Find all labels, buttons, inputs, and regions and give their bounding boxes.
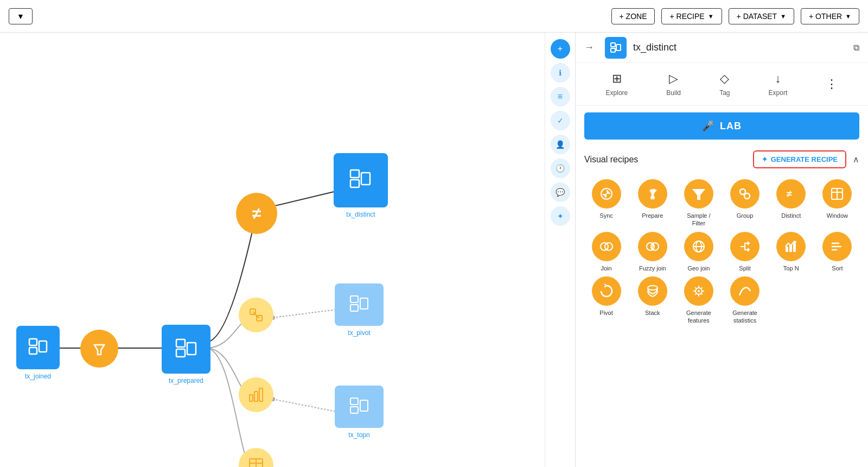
recipe-label-prepare: Prepare bbox=[642, 212, 663, 219]
sidebar-info-btn[interactable]: ℹ bbox=[551, 63, 570, 83]
recipe-label-geo-join: Geo join bbox=[687, 264, 710, 272]
recipe-circle-window bbox=[822, 179, 852, 209]
chevron-up-icon[interactable]: ∧ bbox=[853, 154, 859, 165]
svg-rect-36 bbox=[650, 196, 655, 199]
svg-point-38 bbox=[740, 189, 745, 194]
recipe-grid: Sync Prepare Sample / Filter Group bbox=[576, 173, 868, 331]
recipe-sample-filter[interactable]: Sample / Filter bbox=[676, 179, 720, 228]
recipe-top-n[interactable]: Top N bbox=[769, 232, 813, 272]
svg-rect-28 bbox=[360, 400, 368, 411]
recipe-sort[interactable]: Sort bbox=[815, 232, 859, 272]
svg-rect-10 bbox=[39, 341, 47, 352]
node-tx-pivot[interactable]: tx_pivot bbox=[335, 283, 384, 337]
recipe-label-group: Group bbox=[737, 212, 754, 219]
recipe-circle-sample-filter bbox=[684, 179, 713, 209]
sidebar-globe-btn[interactable]: ✦ bbox=[551, 206, 570, 226]
lab-label: LAB bbox=[720, 121, 742, 132]
svg-rect-14 bbox=[350, 170, 359, 178]
sidebar-check-btn[interactable]: ✓ bbox=[551, 111, 570, 130]
recipe-geo-join[interactable]: Geo join bbox=[676, 232, 720, 272]
right-panel: → tx_distinct ⧉ ⊞ Explore ▷ Build ◇ Tag … bbox=[575, 33, 868, 467]
action-more[interactable]: ⋮ bbox=[826, 77, 838, 91]
recipe-sync[interactable]: Sync bbox=[584, 179, 628, 228]
dataset-button[interactable]: + DATASET ▼ bbox=[729, 8, 794, 24]
node-tx-distinct[interactable]: tx_distinct bbox=[334, 153, 388, 218]
svg-point-39 bbox=[744, 193, 750, 199]
lab-button[interactable]: 🎤 LAB bbox=[584, 112, 859, 140]
svg-rect-26 bbox=[350, 398, 358, 405]
sidebar-add-btn[interactable]: + bbox=[551, 39, 570, 59]
recipe-group[interactable]: Group bbox=[723, 179, 767, 228]
tag-label: Tag bbox=[719, 89, 730, 97]
svg-rect-24 bbox=[254, 392, 258, 401]
node-box-tx-topn bbox=[335, 386, 384, 428]
svg-rect-27 bbox=[350, 407, 358, 413]
svg-rect-21 bbox=[350, 305, 358, 311]
svg-rect-13 bbox=[187, 343, 196, 355]
action-explore[interactable]: ⊞ Explore bbox=[606, 72, 628, 97]
panel-header-icon bbox=[605, 37, 627, 59]
node-tx-prepared[interactable]: tx_prepared bbox=[162, 325, 210, 384]
recipe-label-top-n: Top N bbox=[783, 264, 799, 272]
svg-rect-15 bbox=[350, 180, 359, 187]
node-tx-topn[interactable]: tx_topn bbox=[335, 386, 384, 439]
recipe-pivot[interactable]: Pivot bbox=[584, 276, 628, 325]
sidebar-chat-btn[interactable]: 💬 bbox=[551, 182, 570, 202]
svg-rect-16 bbox=[361, 173, 370, 185]
node-prepare[interactable] bbox=[80, 330, 118, 368]
recipe-circle-generate-statistics bbox=[730, 276, 760, 306]
svg-point-59 bbox=[698, 290, 700, 292]
svg-rect-22 bbox=[360, 298, 368, 309]
toolbar-menu-dropdown[interactable]: ▼ bbox=[9, 8, 33, 24]
recipe-circle-split bbox=[730, 232, 760, 261]
recipe-circle-prepare bbox=[638, 179, 667, 209]
explore-label: Explore bbox=[606, 89, 628, 97]
node-box-tx-prepared bbox=[162, 325, 210, 374]
action-export[interactable]: ↓ Export bbox=[769, 72, 788, 97]
generate-recipe-button[interactable]: ✦ GENERATE RECIPE bbox=[753, 150, 846, 168]
recipe-label-fuzzy-join: Fuzzy join bbox=[639, 264, 666, 272]
node-pivot-circle[interactable] bbox=[239, 298, 273, 332]
svg-rect-9 bbox=[29, 348, 37, 354]
recipe-join[interactable]: Join bbox=[584, 232, 628, 272]
panel-header: → tx_distinct ⧉ bbox=[576, 33, 868, 63]
recipe-stack[interactable]: Stack bbox=[630, 276, 674, 325]
sidebar-clock-btn[interactable]: 🕐 bbox=[551, 159, 570, 178]
sidebar-user-btn[interactable]: 👤 bbox=[551, 135, 570, 154]
recipe-label-pivot: Pivot bbox=[599, 309, 612, 317]
recipe-split[interactable]: Split bbox=[723, 232, 767, 272]
svg-line-65 bbox=[701, 293, 703, 295]
node-stats-circle[interactable] bbox=[239, 377, 273, 412]
recipe-generate-statistics[interactable]: Generate statistics bbox=[723, 276, 767, 325]
svg-text:≠: ≠ bbox=[787, 188, 792, 199]
recipe-prepare[interactable]: Prepare bbox=[630, 179, 674, 228]
zone-button[interactable]: + ZONE bbox=[611, 8, 655, 24]
panel-back-arrow[interactable]: → bbox=[584, 42, 594, 53]
recipe-label-window: Window bbox=[827, 212, 848, 219]
svg-rect-32 bbox=[611, 43, 615, 47]
action-tag[interactable]: ◇ Tag bbox=[719, 72, 730, 97]
node-window-circle[interactable] bbox=[239, 448, 273, 467]
canvas[interactable]: tx_joined tx_prepared ≠ tx_distin bbox=[0, 33, 545, 467]
build-label: Build bbox=[666, 89, 681, 97]
recipe-window[interactable]: Window bbox=[815, 179, 859, 228]
node-tx-joined[interactable]: tx_joined bbox=[16, 326, 60, 380]
recipe-distinct[interactable]: ≠ Distinct bbox=[769, 179, 813, 228]
visual-recipes-header: Visual recipes ✦ GENERATE RECIPE ∧ bbox=[576, 146, 868, 173]
explore-icon: ⊞ bbox=[612, 72, 622, 86]
recipe-label-sort: Sort bbox=[832, 264, 843, 272]
recipe-button[interactable]: + RECIPE ▼ bbox=[661, 8, 722, 24]
sidebar-list-btn[interactable]: ≡ bbox=[551, 87, 570, 106]
other-button[interactable]: + OTHER ▼ bbox=[801, 8, 859, 24]
node-circle-stats bbox=[239, 377, 273, 412]
svg-rect-33 bbox=[611, 48, 615, 52]
recipe-generate-features[interactable]: Generate features bbox=[676, 276, 720, 325]
node-box-tx-distinct bbox=[334, 153, 388, 207]
node-distinct-circle[interactable]: ≠ bbox=[236, 193, 277, 234]
action-build[interactable]: ▷ Build bbox=[666, 72, 681, 97]
export-label: Export bbox=[769, 89, 788, 97]
recipe-label-sample-filter: Sample / Filter bbox=[687, 212, 710, 228]
panel-copy-icon[interactable]: ⧉ bbox=[853, 43, 859, 53]
toolbar: ▼ + ZONE + RECIPE ▼ + DATASET ▼ + OTHER … bbox=[0, 0, 868, 33]
recipe-fuzzy-join[interactable]: Fuzzy join bbox=[630, 232, 674, 272]
